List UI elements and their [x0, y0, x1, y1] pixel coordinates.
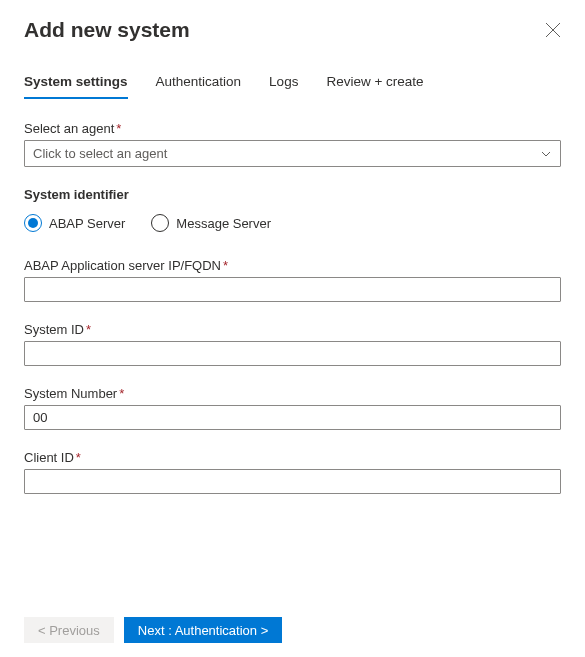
tab-review-create[interactable]: Review + create: [326, 68, 423, 99]
agent-placeholder: Click to select an agent: [33, 146, 167, 161]
system-identifier-header: System identifier: [24, 187, 561, 202]
client-id-input[interactable]: [24, 469, 561, 494]
next-button[interactable]: Next : Authentication >: [124, 617, 282, 643]
tabs-container: System settings Authentication Logs Revi…: [0, 68, 585, 99]
system-number-label: System Number*: [24, 386, 561, 401]
system-id-input[interactable]: [24, 341, 561, 366]
radio-label-abap: ABAP Server: [49, 216, 125, 231]
tab-logs[interactable]: Logs: [269, 68, 298, 99]
radio-input-abap[interactable]: [24, 214, 42, 232]
system-id-label: System ID*: [24, 322, 561, 337]
abap-server-label: ABAP Application server IP/FQDN*: [24, 258, 561, 273]
agent-label: Select an agent*: [24, 121, 561, 136]
radio-input-message[interactable]: [151, 214, 169, 232]
abap-server-input[interactable]: [24, 277, 561, 302]
page-title: Add new system: [24, 18, 190, 42]
chevron-down-icon: [540, 148, 552, 160]
system-identifier-radio-group: ABAP Server Message Server: [24, 214, 561, 232]
close-icon[interactable]: [545, 22, 561, 38]
client-id-label: Client ID*: [24, 450, 561, 465]
radio-label-message: Message Server: [176, 216, 271, 231]
radio-message-server[interactable]: Message Server: [151, 214, 271, 232]
previous-button: < Previous: [24, 617, 114, 643]
radio-abap-server[interactable]: ABAP Server: [24, 214, 125, 232]
tab-system-settings[interactable]: System settings: [24, 68, 128, 99]
system-number-input[interactable]: [24, 405, 561, 430]
tab-authentication[interactable]: Authentication: [156, 68, 242, 99]
agent-select[interactable]: Click to select an agent: [24, 140, 561, 167]
